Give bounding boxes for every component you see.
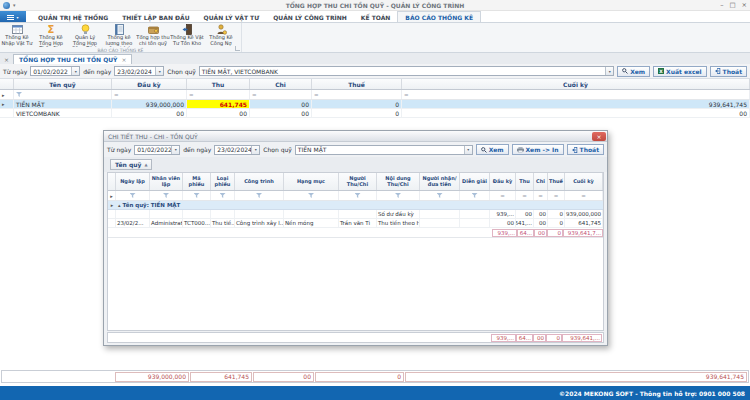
column-header-cuoi-ky[interactable]: Cuối kỳ [402, 79, 750, 89]
table-row-opening-balance[interactable]: Số dư đầu kỳ 939,... 00 00 0 939,000,000 [108, 210, 603, 219]
view-button[interactable]: Xem [617, 66, 650, 77]
filter-funnel-icon [308, 193, 314, 198]
button-thong-ke-tong-hop-thau-phu[interactable]: Σ Thống Kê Tổng Hợp Thầu Phụ [34, 23, 68, 47]
column-header[interactable]: Đầu kỳ [490, 173, 516, 190]
export-excel-button[interactable]: X Xuất excel [653, 66, 707, 77]
detail-grid-header: Ngày lập Nhân viên lập Mã phiếu Loại phi… [108, 173, 603, 191]
column-header-ten-quy[interactable]: Tên quỹ [14, 79, 112, 89]
exit-button[interactable]: Thoát [710, 66, 747, 77]
fund-select[interactable]: TIỀN MẶT, VIETCOMBANK ▾ [199, 66, 614, 76]
column-header[interactable]: Công trình [235, 173, 284, 190]
dialog-to-date-input[interactable]: 23/02/2024 ▾ [214, 145, 260, 155]
dialog-from-date-input[interactable]: 01/02/2022 ▾ [134, 145, 180, 155]
tab-close-icon[interactable]: × [121, 56, 126, 63]
table-row-vietcombank[interactable]: VIETCOMBANK 00 00 00 0 00 [0, 109, 750, 118]
filter-cell[interactable]: = [490, 191, 516, 200]
tabgroup-close-button[interactable]: × [2, 56, 13, 64]
column-header[interactable]: Chi [534, 173, 548, 190]
detail-grid: Ngày lập Nhân viên lập Mã phiếu Loại phi… [107, 172, 604, 331]
group-dialog-launcher-icon[interactable] [235, 46, 240, 51]
search-icon [622, 68, 628, 74]
column-header[interactable]: Ngày lập [116, 173, 150, 190]
column-header[interactable]: Nội dung Thu/Chi [377, 173, 420, 190]
printer-icon [517, 147, 524, 153]
filter-cell[interactable]: = [187, 90, 250, 99]
from-date-label: Từ ngày [3, 68, 27, 75]
column-header-dau-ky[interactable]: Đầu kỳ [112, 79, 187, 89]
chevron-down-icon[interactable]: ▾ [171, 146, 179, 154]
table-row-receipt[interactable]: 23/02/2... Administrator TCT000... Thu t… [108, 219, 603, 228]
filter-cell[interactable]: = [516, 191, 534, 200]
filter-cell[interactable] [339, 191, 377, 200]
filter-cell[interactable] [377, 191, 420, 200]
filter-funnel-icon [472, 193, 478, 198]
column-header[interactable]: Nhân viên lập [150, 173, 183, 190]
bottom-summary-cuoi-ky: 939,641,... [562, 334, 602, 342]
column-header[interactable]: Thu [516, 173, 534, 190]
chevron-down-icon[interactable]: ▾ [71, 67, 79, 75]
highlighted-cell: 641,745 [187, 100, 250, 108]
column-header[interactable]: Thuế [548, 173, 565, 190]
button-quan-ly-tong-hop-cong-trinh[interactable]: Quản Lý Tổng Hợp Công Trình [68, 23, 102, 47]
from-date-input[interactable]: 01/02/2022 ▾ [30, 66, 80, 76]
column-header[interactable]: Người nhận/đưa tiền [420, 173, 460, 190]
chevron-down-icon[interactable]: ▾ [605, 67, 613, 75]
filter-cell[interactable] [150, 191, 183, 200]
filter-cell[interactable]: = [312, 90, 402, 99]
filter-cell[interactable]: = [402, 90, 750, 99]
filter-cell[interactable] [183, 191, 211, 200]
column-header[interactable]: Loại phiếu [211, 173, 235, 190]
group-row-tien-mat[interactable]: ▸ ▴ Tên quỹ: TIỀN MẶT [108, 201, 603, 210]
group-by-box-ten-quy[interactable]: Tên quỹ ▲ [110, 159, 152, 170]
column-header[interactable]: Hạng mục [284, 173, 339, 190]
selected-row-indicator-icon: ▸ [2, 101, 5, 107]
filter-cell[interactable]: = [534, 191, 548, 200]
button-thong-ke-luong-theo-cong-trinh[interactable]: Thống kê lương theo công trình [102, 23, 136, 47]
column-header[interactable]: Cuối kỳ [565, 173, 603, 190]
document-tab-tong-hop-thu-chi-ton-quy[interactable]: TỔNG HỢP THU CHI TỒN QUỸ × [13, 54, 132, 64]
filter-cell[interactable] [284, 191, 339, 200]
filter-cell[interactable] [420, 191, 460, 200]
table-row-tien-mat[interactable]: ▸ TIỀN MẶT 939,000,000 641,745 00 0 939,… [0, 100, 750, 109]
filter-cell[interactable] [460, 191, 490, 200]
column-header[interactable]: Người Thu/Chi [339, 173, 377, 190]
dialog-close-button[interactable]: × [592, 132, 606, 141]
column-header[interactable]: Diễn giải [460, 173, 490, 190]
filter-cell[interactable] [211, 191, 235, 200]
dialog-fund-select[interactable]: TIỀN MẶT ▾ [295, 145, 473, 155]
button-thong-ke-cong-no[interactable]: Thống Kê Công Nợ [204, 23, 238, 47]
collapse-icon[interactable]: ▴ [118, 202, 121, 208]
column-header[interactable]: Mã phiếu [183, 173, 211, 190]
filter-cell[interactable]: = [250, 90, 312, 99]
dialog-view-button[interactable]: Xem [476, 144, 509, 155]
chevron-down-icon[interactable]: ▾ [251, 146, 259, 154]
column-header-thue[interactable]: Thuế [312, 79, 402, 89]
button-thong-ke-nhap-vat-tu[interactable]: Thống Kê Nhập Vật Tư [0, 23, 34, 47]
filter-cell[interactable] [235, 191, 284, 200]
summary-cuoi-ky: 939,641,745 [405, 372, 747, 382]
button-tong-hop-thu-chi-ton-quy[interactable]: Tổng hợp thu chi tồn quỹ [136, 23, 170, 47]
close-window-button[interactable]: × [742, 1, 747, 10]
filter-funnel-icon [163, 193, 169, 198]
button-thong-ke-vat-tu-ton-kho[interactable]: Thống Kê Vật Tư Tồn Kho [170, 23, 204, 47]
chevron-down-icon[interactable]: ▾ [155, 67, 163, 75]
window-title: TỔNG HỢP THU CHI TỒN QUỸ - QUẢN LÝ CÔNG … [0, 2, 750, 9]
to-date-label: đến ngày [183, 146, 211, 153]
filter-cell[interactable]: = [565, 191, 603, 200]
summary-thu: 641,745 [190, 372, 252, 382]
dialog-title-bar[interactable]: CHI TIẾT THU - CHI - TỒN QUỸ × [104, 131, 607, 142]
filter-cell[interactable] [14, 90, 112, 99]
wallet-icon [148, 24, 159, 35]
filter-cell[interactable] [116, 191, 150, 200]
filter-cell[interactable]: = [548, 191, 565, 200]
dialog-exit-button[interactable]: Thoát [567, 144, 604, 155]
column-header-thu[interactable]: Thu [187, 79, 250, 89]
minimize-button[interactable]: – [720, 1, 723, 10]
to-date-input[interactable]: 23/02/2024 ▾ [114, 66, 164, 76]
group-summary-cuoi-ky: 939,641,7... [563, 229, 603, 237]
column-header-chi[interactable]: Chi [250, 79, 312, 89]
dialog-print-button[interactable]: Xem -> In [512, 144, 564, 155]
maximize-button[interactable]: □ [729, 1, 735, 10]
chevron-down-icon[interactable]: ▾ [464, 146, 472, 154]
filter-cell[interactable]: = [112, 90, 187, 99]
